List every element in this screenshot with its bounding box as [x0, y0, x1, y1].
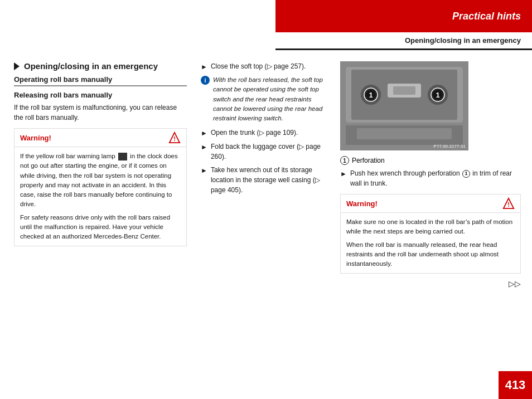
bullet-item-2: ► Open the trunk (▷ page 109).	[201, 128, 329, 138]
warning-text-1a: If the yellow roll bar warning lamp in t…	[20, 152, 181, 210]
bullet-arrow-2: ►	[201, 128, 207, 138]
sub2-heading: Releasing roll bars manually	[14, 91, 187, 99]
push-bullet-arrow: ►	[340, 169, 347, 188]
subheader-bar: Opening/closing in an emergency	[275, 32, 532, 50]
warning-body-1: If the yellow roll bar warning lamp in t…	[14, 147, 186, 246]
main-content: Opening/closing in an emergency Operatin…	[0, 56, 532, 371]
info-box: i With the roll bars released, the soft …	[201, 75, 329, 123]
subheader-subtitle: Opening/closing in an emergency	[405, 36, 521, 45]
perforation-line: 1 Perforation	[340, 156, 521, 165]
bullet-item-1: ► Close the soft top (▷ page 257).	[201, 61, 329, 72]
bullet-text-3: Fold back the luggage cover (▷ page 260)…	[211, 142, 329, 162]
warning-label-1: Warning!	[20, 134, 51, 142]
car-trunk-image: 1 1 P77.00-2177-31	[340, 61, 468, 150]
perforation-text: Perforation	[352, 157, 385, 164]
continue-arrow: ▷▷	[340, 279, 521, 288]
warning-lamp-icon	[118, 153, 127, 160]
info-icon: i	[201, 76, 210, 85]
middle-column: ► Close the soft top (▷ page 257). i Wit…	[198, 56, 335, 371]
bullet-text-2: Open the trunk (▷ page 109).	[211, 128, 298, 138]
page-number-box: 413	[499, 371, 532, 399]
svg-rect-6	[393, 86, 415, 95]
svg-text:!: !	[507, 201, 510, 208]
push-bullet: ► Push hex wrench through perforation 1 …	[340, 168, 521, 188]
push-bullet-text: Push hex wrench through perforation 1 in…	[350, 168, 521, 188]
triangle-icon	[14, 62, 20, 70]
header-title: Practical hints	[452, 11, 521, 22]
warning-header-1: Warning! !	[14, 129, 186, 147]
warning-box-1: Warning! ! If the yellow roll bar warnin…	[14, 128, 187, 246]
bullet-arrow-4: ►	[201, 166, 207, 195]
warning-triangle-1: !	[168, 132, 181, 144]
bullet-text-1: Close the soft top (▷ page 257).	[211, 61, 306, 72]
bullet-arrow-3: ►	[201, 142, 207, 162]
bullet-arrow-1: ►	[201, 62, 207, 72]
bullet-item-3: ► Fold back the luggage cover (▷ page 26…	[201, 142, 329, 162]
header-bar: Practical hints	[275, 0, 532, 32]
page-number: 413	[505, 378, 526, 392]
left-column: Opening/closing in an emergency Operatin…	[0, 56, 198, 371]
warning-header-2: Warning! !	[341, 194, 520, 213]
info-text: With the roll bars released, the soft to…	[213, 75, 329, 123]
subsection-heading: Operating roll bars manually	[14, 75, 187, 86]
bullet-text-4: Take hex wrench out of its storage locat…	[211, 165, 329, 195]
svg-text:1: 1	[369, 91, 373, 99]
svg-text:!: !	[173, 135, 176, 142]
warning-box-2: Warning! ! Make sure no one is located i…	[340, 194, 521, 274]
section-heading: Opening/closing in an emergency	[14, 61, 187, 71]
car-image-container: 1 1 P77.00-2177-31	[340, 61, 468, 150]
svg-text:1: 1	[436, 91, 439, 99]
svg-text:P77.00-2177-31: P77.00-2177-31	[434, 144, 466, 149]
warning-label-2: Warning!	[346, 199, 378, 208]
warning-text-1b: For safety reasons drive only with the r…	[20, 213, 181, 242]
warning-triangle-2: !	[502, 197, 515, 210]
inline-circle-ref: 1	[462, 170, 470, 178]
bullet-item-4: ► Take hex wrench out of its storage loc…	[201, 165, 329, 195]
body-text-1: If the roll bar system is malfunctioning…	[14, 103, 187, 123]
section-title: Opening/closing in an emergency	[24, 61, 158, 71]
warning-body-2: Make sure no one is located in the roll …	[341, 213, 520, 273]
perforation-circle: 1	[340, 156, 349, 165]
warning-text-2b: When the roll bar is manually released, …	[346, 240, 515, 269]
warning-text-2a: Make sure no one is located in the roll …	[346, 217, 515, 237]
svg-rect-12	[357, 128, 452, 139]
right-column: 1 1 P77.00-2177-31 1 Perforation ► Push …	[335, 56, 532, 371]
